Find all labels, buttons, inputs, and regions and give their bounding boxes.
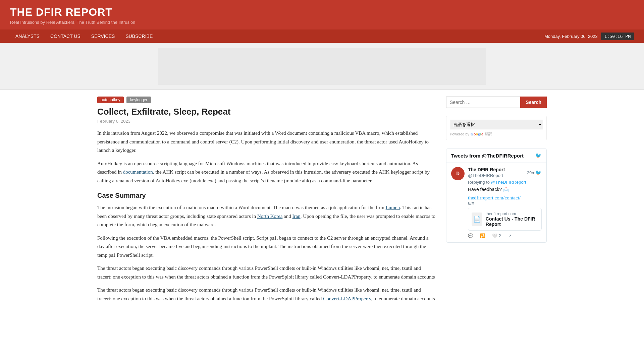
search-button[interactable]: Search — [520, 97, 547, 108]
tweet-card-icon: 📄 — [472, 213, 482, 226]
ad-banner — [0, 43, 644, 90]
tweet-reply-to: Replying to @TheDFIRReport — [468, 180, 542, 185]
language-select[interactable]: 言語を選択 — [450, 120, 543, 129]
case-summary-heading: Case Summary — [97, 192, 436, 199]
ad-banner-content — [158, 48, 486, 85]
tweet-user-handle: @TheDFIRReport — [468, 173, 503, 178]
tweet-like-action[interactable]: 🤍 2 — [492, 233, 501, 238]
tweet-retweet-action[interactable]: 🔁 — [480, 233, 485, 238]
tags-row: autohotkey keylogger — [97, 97, 436, 103]
tweet-card[interactable]: 📄 thedfirreport.com Contact Us - The DFI… — [468, 208, 542, 231]
tweet-user-name: The DFIR Report — [468, 167, 505, 172]
article-para-3: The intrusion began with the execution o… — [97, 203, 436, 229]
tag-autohotkey[interactable]: autohotkey — [97, 97, 124, 103]
search-form: Search — [446, 97, 547, 108]
search-input[interactable] — [446, 97, 520, 108]
tweet-time: 29m — [527, 170, 535, 175]
main-content: autohotkey keylogger Collect, Exfiltrate… — [97, 97, 436, 308]
tweet-text: Have feedback? 📩 — [468, 186, 542, 193]
twitter-header: Tweets from @TheDFIRReport 🐦 — [446, 148, 546, 163]
nav-services[interactable]: SERVICES — [86, 29, 120, 43]
powered-by: Powered by Google 翻訳 — [450, 131, 543, 136]
navbar: ANALYSTS CONTACT US SERVICES SUBSCRIBE M… — [0, 29, 644, 43]
tweet-card-site: thedfirreport.com — [486, 212, 538, 216]
tweet-user-info: The DFIR Report @TheDFIRReport — [468, 167, 527, 178]
nav-links: ANALYSTS CONTACT US SERVICES SUBSCRIBE — [10, 29, 158, 43]
nav-time: 1:50:16 PM — [601, 33, 634, 40]
page-layout: autohotkey keylogger Collect, Exfiltrate… — [87, 90, 557, 314]
tweet-card-info: thedfirreport.com Contact Us - The DFIR … — [486, 212, 538, 227]
site-tagline: Real Intrusions by Real Attackers, The T… — [10, 20, 634, 25]
article-date: February 6, 2023 — [97, 119, 436, 124]
article-para-6: The threat actors began executing basic … — [97, 286, 436, 303]
nav-date: Monday, February 06, 2023 — [544, 34, 598, 39]
twitter-widget: Tweets from @TheDFIRReport 🐦 D The DFIR … — [446, 148, 547, 243]
tweet-card-title: Contact Us - The DFIR Report — [486, 216, 538, 227]
powered-by-text: Powered by — [450, 132, 469, 136]
nav-contact-us[interactable]: CONTACT US — [45, 29, 86, 43]
tweet-count: 6/X — [468, 201, 542, 206]
twitter-header-text: Tweets from @TheDFIRReport — [451, 153, 533, 159]
tweet-content: The DFIR Report @TheDFIRReport 29m 🐦 Rep… — [468, 167, 542, 238]
tweet-avatar: D — [451, 167, 465, 180]
tweet-share-action[interactable]: ↗ — [508, 233, 512, 238]
tweet-reply-action[interactable]: 💬 — [468, 233, 473, 238]
search-box: Search — [446, 97, 547, 108]
site-header: THE DFIR REPORT Real Intrusions by Real … — [0, 0, 644, 29]
tweet-meta: The DFIR Report @TheDFIRReport 29m 🐦 — [468, 167, 542, 178]
article-para-1: In this intrusion from August 2022, we o… — [97, 129, 436, 155]
language-selector: 言語を選択 Powered by Google 翻訳 — [446, 116, 547, 140]
article-para-2: AutoHotkey is an open-source scripting l… — [97, 160, 436, 185]
twitter-icon: 🐦 — [535, 170, 542, 176]
tweet-link[interactable]: thedfirreport.com/contact/ — [468, 195, 542, 201]
article-body: In this intrusion from August 2022, we o… — [97, 129, 436, 303]
documentation-link[interactable]: documentation — [123, 169, 153, 175]
nav-analysts[interactable]: ANALYSTS — [10, 29, 45, 43]
north-korea-link[interactable]: North Korea — [257, 214, 282, 219]
site-title[interactable]: THE DFIR REPORT — [10, 6, 634, 18]
nav-subscribe[interactable]: SUBSCRIBE — [120, 29, 158, 43]
tweet-actions: 💬 🔁 🤍 2 ↗ — [468, 233, 542, 238]
nav-datetime: Monday, February 06, 2023 1:50:16 PM — [544, 33, 634, 40]
article-title: Collect, Exfiltrate, Sleep, Repeat — [97, 107, 436, 117]
convert-ldap-link[interactable]: Convert-LDAPProperty — [323, 296, 371, 301]
tweet-item: D The DFIR Report @TheDFIRReport 29m 🐦 R… — [446, 163, 546, 243]
article-para-4: Following the execution of the VBA embed… — [97, 234, 436, 260]
iran-link[interactable]: Iran — [292, 214, 301, 219]
twitter-bird-icon: 🐦 — [535, 153, 542, 159]
article-para-5: The threat actors began executing basic … — [97, 264, 436, 281]
translate-text: 翻訳 — [485, 131, 492, 136]
sidebar: Search 言語を選択 Powered by Google 翻訳 Tweets… — [446, 97, 547, 308]
tag-keylogger[interactable]: keylogger — [126, 97, 151, 103]
tweet-reply-handle[interactable]: @TheDFIRReport — [491, 180, 526, 185]
google-logo: Google — [471, 132, 483, 136]
tweet-url[interactable]: thedfirreport.com/contact/ — [468, 195, 521, 200]
lumen-link[interactable]: Lumen — [386, 205, 400, 210]
